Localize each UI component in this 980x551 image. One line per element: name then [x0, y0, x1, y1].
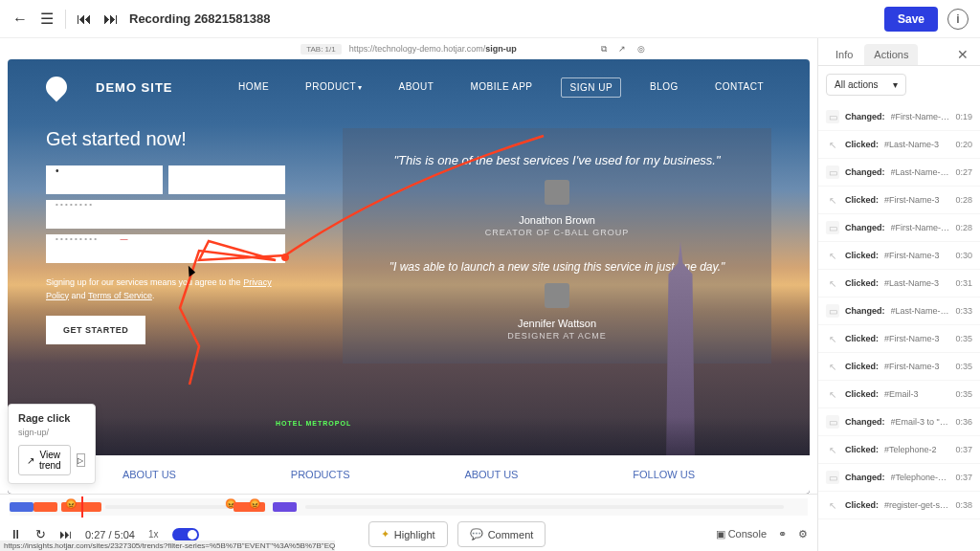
recording-viewer: TAB: 1/1 https://technology-demo.hotjar.…	[0, 38, 817, 551]
event-target: #Email-3	[884, 389, 949, 399]
target-icon[interactable]: ◎	[637, 44, 645, 55]
event-target: #First-Name-3 to ""..	[891, 223, 950, 232]
nav-signup[interactable]: SIGN UP	[561, 77, 621, 98]
nav-blog[interactable]: BLOG	[642, 77, 686, 98]
rage-path: sign-up/	[18, 428, 85, 437]
signup-form: Get started now! • • • • • • • • • • • •…	[46, 128, 285, 364]
event-target: #Last-Name-3 to ""	[891, 167, 950, 177]
event-row[interactable]: ↖Clicked:#First-Name-30:30	[818, 242, 980, 270]
site-nav: HOME PRODUCT▾ ABOUT MOBILE APP SIGN UP B…	[231, 77, 771, 98]
event-type: Changed:	[845, 112, 885, 121]
timeline[interactable]: 😡 😡 😡	[10, 498, 808, 516]
list-icon[interactable]: ☰	[38, 11, 56, 28]
nav-product[interactable]: PRODUCT▾	[298, 77, 369, 98]
replay-icon[interactable]: ↻	[35, 527, 46, 541]
nav-home[interactable]: HOME	[231, 77, 277, 98]
nav-contact[interactable]: CONTACT	[707, 77, 771, 98]
pause-icon[interactable]: ⏸	[10, 527, 22, 541]
event-row[interactable]: ▭Changed:#Telephone-2 to ""0:37	[818, 464, 980, 492]
open-icon[interactable]: ↗	[618, 44, 626, 55]
chevron-down-icon: ▾	[893, 79, 898, 90]
view-trend-button[interactable]: ↗View trend	[18, 445, 71, 475]
event-type: Changed:	[845, 473, 885, 482]
avatar-1	[545, 180, 569, 205]
tab-badge: TAB: 1/1	[301, 44, 342, 55]
event-row[interactable]: ↖Clicked:#Last-Name-30:20	[818, 131, 980, 159]
event-type: Clicked:	[845, 445, 879, 454]
get-started-button[interactable]: GET STARTED	[46, 316, 145, 344]
time-display: 0:27 / 5:04	[85, 529, 135, 540]
close-icon[interactable]: ✕	[953, 47, 972, 62]
event-row[interactable]: ▭Changed:#First-Name-3 to ""0:19	[818, 103, 980, 131]
form-title: Get started now!	[46, 128, 285, 150]
event-row[interactable]: ▭Changed:#First-Name-3 to ""..0:28	[818, 214, 980, 242]
event-row[interactable]: ↖Clicked:#First-Name-30:35	[818, 325, 980, 353]
back-icon[interactable]: ←	[11, 11, 29, 28]
skip-toggle[interactable]	[172, 528, 199, 541]
events-list[interactable]: ▭Changed:#First-Name-3 to ""0:19↖Clicked…	[818, 103, 980, 551]
site-header: DEMO SITE HOME PRODUCT▾ ABOUT MOBILE APP…	[8, 59, 810, 115]
event-target: #Email-3 to "****"	[891, 417, 950, 427]
click-icon: ↖	[826, 498, 839, 512]
comment-button[interactable]: 💬Comment	[457, 521, 546, 547]
click-icon: ↖	[826, 443, 839, 456]
footer-follow[interactable]: FOLLOW US	[633, 469, 695, 480]
site-name: DEMO SITE	[96, 80, 173, 95]
event-time: 0:35	[955, 389, 972, 399]
event-target: #Last-Name-3	[884, 140, 949, 149]
input-icon: ▭	[826, 415, 839, 429]
actions-filter[interactable]: All actions▾	[826, 74, 906, 96]
event-row[interactable]: ▭Changed:#Last-Name-3 to ""0:27	[818, 159, 980, 187]
link-icon[interactable]: ⚭	[778, 528, 787, 540]
event-row[interactable]: ▭Changed:#Email-3 to "****"0:36	[818, 408, 980, 436]
event-row[interactable]: ▭Changed:#Last-Name-3 to "**"0:33	[818, 298, 980, 325]
email-input[interactable]: • • • • • • • •	[46, 200, 285, 229]
tos-link[interactable]: Terms of Service	[88, 291, 152, 300]
event-type: Clicked:	[845, 389, 879, 399]
footer-products[interactable]: PRODUCTS	[291, 469, 350, 480]
settings-icon[interactable]: ⚙	[798, 528, 808, 540]
play-outline-icon[interactable]: ▷	[77, 453, 85, 467]
nav-about[interactable]: ABOUT	[391, 77, 442, 98]
phone-input[interactable]: • • • • • • • • • —	[46, 234, 285, 263]
save-button[interactable]: Save	[884, 7, 938, 32]
event-row[interactable]: ↖Clicked:#First-Name-30:35	[818, 353, 980, 381]
skip-icon[interactable]: ⏭	[59, 527, 72, 541]
event-row[interactable]: ↖Clicked:#First-Name-30:28	[818, 187, 980, 214]
event-row[interactable]: ↖Clicked:#Last-Name-30:31	[818, 270, 980, 298]
event-time: 0:28	[955, 195, 972, 205]
last-name-input[interactable]	[168, 165, 285, 194]
footer-about[interactable]: ABOUT US	[122, 469, 176, 480]
prev-recording-icon[interactable]: ⏮	[76, 11, 93, 28]
input-icon: ▭	[826, 110, 839, 123]
first-name-input[interactable]: •	[46, 165, 163, 194]
click-icon: ↖	[826, 387, 839, 401]
highlight-button[interactable]: ✦Highlight	[368, 521, 448, 547]
event-target: #Last-Name-3 to "**"	[891, 306, 950, 316]
speed-display[interactable]: 1x	[148, 529, 159, 540]
event-row[interactable]: ↖Clicked:#Telephone-20:37	[818, 436, 980, 464]
recording-title: Recording 26821581388	[129, 11, 270, 26]
event-row[interactable]: ↖Clicked:#register-get-started0:38	[818, 492, 980, 519]
info-icon[interactable]: i	[947, 9, 969, 30]
event-row[interactable]: ↖Clicked:#Email-30:35	[818, 381, 980, 408]
site-preview: DEMO SITE HOME PRODUCT▾ ABOUT MOBILE APP…	[8, 59, 810, 494]
tab-actions[interactable]: Actions	[864, 44, 918, 65]
nav-mobile[interactable]: MOBILE APP	[462, 77, 540, 98]
copy-icon[interactable]: ⧉	[601, 44, 607, 55]
event-type: Clicked:	[845, 195, 879, 205]
event-target: #First-Name-3	[884, 334, 949, 343]
tab-info[interactable]: Info	[826, 44, 862, 65]
event-type: Clicked:	[845, 500, 879, 510]
next-recording-icon[interactable]: ⏭	[102, 11, 120, 28]
avatar-2	[545, 283, 569, 308]
click-icon: ↖	[826, 138, 839, 151]
console-button[interactable]: ▣ Console	[716, 528, 767, 540]
event-time: 0:38	[955, 500, 972, 510]
hotel-sign: HOTEL METROPOL	[276, 420, 351, 427]
input-icon: ▭	[826, 221, 839, 234]
event-time: 0:37	[955, 473, 972, 482]
event-type: Changed:	[845, 167, 885, 177]
rage-title: Rage click	[18, 412, 85, 424]
footer-about2[interactable]: ABOUT US	[464, 469, 518, 480]
